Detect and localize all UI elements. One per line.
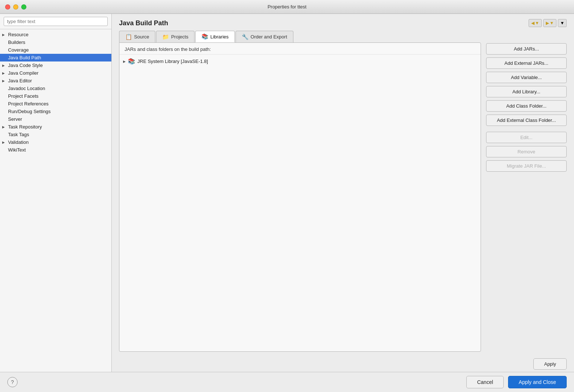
help-icon: ? [11,379,14,385]
sidebar-item-task-repository[interactable]: ▶Task Repository [0,123,111,131]
bottom-left: ? [7,377,18,387]
projects-tab-label: Projects [171,34,188,40]
sidebar-item-java-compiler[interactable]: ▶Java Compiler [0,69,111,77]
right-panel: Java Build Path ◀ ▼ ▶ ▼ ▼ 📋Source📁Projec… [112,14,574,372]
tab-order-export[interactable]: 🔧Order and Export [236,31,293,42]
forward-button[interactable]: ▶ ▼ [543,19,556,27]
list-item-label: JRE System Library [JavaSE-1.8] [137,59,208,64]
filter-input[interactable] [4,17,108,26]
content-panel-header: JARs and class folders on the build path… [119,43,481,55]
migrate-jar-button: Migrate JAR File... [486,160,567,172]
sidebar-item-coverage[interactable]: Coverage [0,46,111,54]
cancel-button[interactable]: Cancel [466,376,504,388]
order-export-tab-label: Order and Export [251,34,287,40]
sidebar-item-label: Builders [8,40,25,45]
sidebar-item-label: Java Build Path [8,55,41,60]
sidebar-item-label: Coverage [8,47,29,53]
sidebar-item-label: Resource [8,32,29,37]
sidebar-item-javadoc-location[interactable]: Javadoc Location [0,85,111,92]
apply-close-button[interactable]: Apply and Close [508,376,567,388]
tabs-row: 📋Source📁Projects📚Libraries🔧Order and Exp… [112,31,574,42]
remove-button: Remove [486,146,567,157]
tab-projects[interactable]: 📁Projects [156,31,195,42]
tree-arrow-icon: ▶ [2,79,7,83]
filter-wrap [0,14,111,29]
list-item[interactable]: ▶📚JRE System Library [JavaSE-1.8] [119,56,481,67]
close-button[interactable] [5,4,10,10]
sidebar: ▶ResourceBuildersCoverageJava Build Path… [0,14,112,372]
back-dropdown-icon: ▼ [535,20,539,26]
tab-source[interactable]: 📋Source [119,31,155,42]
sidebar-item-validation[interactable]: ▶Validation [0,138,111,146]
add-class-folder-button[interactable]: Add Class Folder... [486,100,567,112]
sidebar-item-run-debug-settings[interactable]: Run/Debug Settings [0,108,111,115]
tree-arrow-icon: ▶ [2,64,7,67]
apply-button[interactable]: Apply [533,358,567,370]
forward-icon: ▶ [546,20,549,26]
sidebar-item-wikitext[interactable]: WikiText [0,146,111,154]
nav-history-dropdown[interactable]: ▼ [558,19,567,27]
sidebar-item-label: Validation [8,139,29,145]
projects-tab-icon: 📁 [162,34,169,40]
content-list: ▶📚JRE System Library [JavaSE-1.8] [119,55,481,351]
titlebar: Properties for ttest [0,0,574,14]
tab-libraries[interactable]: 📚Libraries [195,31,235,42]
sidebar-item-project-references[interactable]: Project References [0,100,111,108]
add-jars-button[interactable]: Add JARs... [486,43,567,55]
back-icon: ◀ [531,20,534,26]
sidebar-item-label: Java Compiler [8,70,38,76]
add-external-jars-button[interactable]: Add External JARs... [486,57,567,69]
sidebar-item-java-build-path[interactable]: Java Build Path [0,54,111,61]
content-panel: JARs and class folders on the build path… [119,42,481,352]
sidebar-item-resource[interactable]: ▶Resource [0,31,111,38]
maximize-button[interactable] [21,4,26,10]
bottom-bar: ? Cancel Apply and Close [0,372,574,392]
dropdown-icon: ▼ [560,20,564,26]
right-header: Java Build Path ◀ ▼ ▶ ▼ ▼ [112,14,574,31]
sidebar-item-label: Task Tags [8,132,29,137]
help-button[interactable]: ? [7,377,18,387]
add-library-button[interactable]: Add Library... [486,86,567,97]
source-tab-label: Source [134,34,149,40]
edit-button: Edit... [486,132,567,143]
sidebar-item-java-editor[interactable]: ▶Java Editor [0,77,111,85]
add-variable-button[interactable]: Add Variable... [486,72,567,83]
sidebar-item-label: Java Code Style [8,63,43,68]
main-content: ▶ResourceBuildersCoverageJava Build Path… [0,14,574,372]
content-area: JARs and class folders on the build path… [112,42,574,355]
sidebar-item-project-facets[interactable]: Project Facets [0,92,111,100]
minimize-button[interactable] [13,4,18,10]
forward-dropdown-icon: ▼ [549,20,554,26]
tree-arrow-icon: ▶ [2,33,7,37]
order-export-tab-icon: 🔧 [242,34,249,40]
sidebar-item-builders[interactable]: Builders [0,38,111,46]
sidebar-item-label: Run/Debug Settings [8,109,51,114]
add-external-class-folder-button[interactable]: Add External Class Folder... [486,115,567,126]
bottom-right: Cancel Apply and Close [466,376,567,388]
libraries-tab-label: Libraries [210,34,229,40]
sidebar-item-server[interactable]: Server [0,115,111,123]
sidebar-item-label: Java Editor [8,78,32,83]
sidebar-item-label: Javadoc Location [8,86,45,91]
tree-arrow-icon: ▶ [2,125,7,129]
tree-arrow-icon: ▶ [2,71,7,75]
panel-title: Java Build Path [119,19,168,27]
source-tab-icon: 📋 [125,34,132,40]
nav-arrows: ◀ ▼ ▶ ▼ ▼ [529,19,567,27]
window-controls [5,4,26,10]
tree-arrow-icon: ▶ [2,141,7,144]
sidebar-tree: ▶ResourceBuildersCoverageJava Build Path… [0,29,111,372]
sidebar-item-label: Server [8,116,22,122]
list-item-arrow-icon: ▶ [123,60,126,63]
list-item-icon: 📚 [128,58,135,65]
window-title: Properties for ttest [267,4,306,10]
right-buttons: Add JARs...Add External JARs...Add Varia… [486,42,567,352]
libraries-tab-icon: 📚 [201,33,208,40]
apply-row: Apply [112,355,574,372]
sidebar-item-label: WikiText [8,147,26,153]
sidebar-item-java-code-style[interactable]: ▶Java Code Style [0,61,111,69]
sidebar-item-label: Project Facets [8,93,38,99]
back-button[interactable]: ◀ ▼ [529,19,542,27]
sidebar-item-task-tags[interactable]: Task Tags [0,131,111,138]
sidebar-item-label: Task Repository [8,124,42,130]
